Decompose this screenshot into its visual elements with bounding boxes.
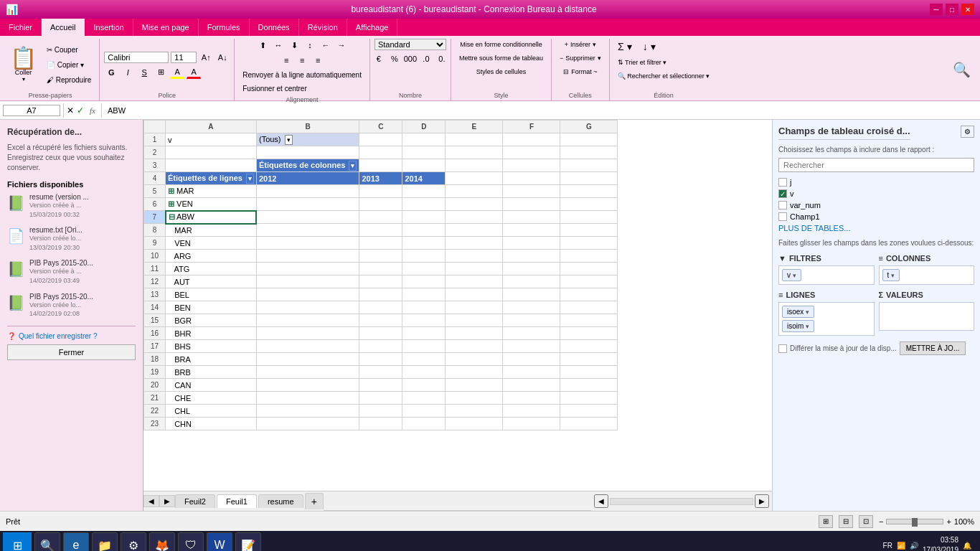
cell-A3[interactable]	[166, 159, 257, 172]
more-tables-link[interactable]: PLUS DE TABLES...	[778, 224, 974, 232]
cell-B3[interactable]: Étiquettes de colonnes ▾	[256, 159, 359, 172]
bold-button[interactable]: G	[104, 66, 118, 79]
cell-A6[interactable]: ⊞ VEN	[166, 198, 257, 211]
cell-E6[interactable]	[446, 198, 503, 211]
cell-A12[interactable]: AUT	[166, 276, 257, 288]
couper-button[interactable]: ✂ Couper	[43, 44, 95, 56]
cell-D3[interactable]	[402, 159, 446, 172]
font-color-button[interactable]: A	[187, 66, 201, 79]
indent-decrease-button[interactable]: ←	[319, 39, 333, 52]
file-item-1[interactable]: 📄 resume.txt [Ori... Version créée lo...…	[7, 226, 136, 252]
align-middle-button[interactable]: ↔	[271, 39, 286, 52]
underline-button[interactable]: S	[137, 66, 151, 79]
cell-A13[interactable]: BEL	[166, 288, 257, 301]
cell-B7[interactable]	[256, 211, 359, 224]
cell-F7[interactable]	[503, 211, 560, 224]
taskbar-app-notepad[interactable]: 📝	[235, 532, 261, 551]
help-link[interactable]: ❓ Quel fichier enregistrer ?	[7, 332, 136, 340]
trier-button[interactable]: ⇅ Trier et filtrer ▾	[614, 57, 671, 68]
col-header-A[interactable]: A	[166, 121, 257, 133]
cell-B6[interactable]	[256, 198, 359, 211]
align-top-button[interactable]: ⬆	[255, 39, 270, 52]
cell-A10[interactable]: ARG	[166, 250, 257, 263]
defer-checkbox[interactable]	[778, 344, 787, 353]
field-checkbox-champ1[interactable]	[778, 212, 787, 221]
cell-A17[interactable]: BHS	[166, 340, 257, 353]
align-bottom-button[interactable]: ⬇	[287, 39, 301, 52]
fill-color-button[interactable]: A	[170, 66, 184, 79]
copier-button[interactable]: 📄 Copier ▾	[43, 59, 95, 71]
filter-dropdown-B1[interactable]: ▾	[285, 135, 293, 145]
cell-B5[interactable]	[256, 185, 359, 198]
col-header-G[interactable]: G	[560, 121, 618, 133]
tab-mise-en-page[interactable]: Mise en page	[133, 19, 199, 36]
expand-icon-5[interactable]: ⊞	[168, 187, 174, 195]
cell-A22[interactable]: CHL	[166, 405, 257, 418]
filtres-v-tag[interactable]: v ▾	[782, 269, 801, 281]
taskbar-app-ie[interactable]: e	[63, 532, 89, 551]
fermer-button[interactable]: Fermer	[7, 344, 136, 360]
cell-A7[interactable]: ⊟ ABW	[166, 211, 257, 224]
colonnes-t-tag[interactable]: t ▾	[882, 269, 900, 281]
view-normal-button[interactable]: ⊞	[819, 515, 833, 528]
cell-A16[interactable]: BHR	[166, 327, 257, 340]
taskbar-app-antivirus[interactable]: 🛡	[178, 532, 204, 551]
cell-A8[interactable]: MAR	[166, 224, 257, 237]
cell-D5[interactable]	[402, 185, 446, 198]
cell-A15[interactable]: BGR	[166, 314, 257, 327]
percent-button[interactable]: %	[387, 52, 402, 65]
wrap-text-button[interactable]: Renvoyer à la ligne automatiquement	[239, 69, 365, 81]
field-checkbox-v[interactable]: ✓	[778, 189, 787, 198]
indent-increase-button[interactable]: →	[334, 39, 349, 52]
styles-cellules-button[interactable]: Styles de cellules	[473, 66, 530, 77]
ribbon-search-button[interactable]: 🔍	[947, 59, 976, 80]
decrease-font-button[interactable]: A↓	[215, 51, 230, 64]
font-name-input[interactable]	[104, 52, 169, 63]
border-button[interactable]: ⊞	[154, 66, 168, 79]
tab-revision[interactable]: Révision	[299, 19, 347, 36]
col-header-F[interactable]: F	[503, 121, 560, 133]
cell-A21[interactable]: CHE	[166, 392, 257, 405]
file-item-3[interactable]: 📗 PIB Pays 2015-20... Version créée lo..…	[7, 293, 136, 319]
mettre-sous-forme-button[interactable]: Mettre sous forme de tableau	[456, 52, 547, 64]
rechercher-button[interactable]: 🔍 Rechercher et sélectionner ▾	[614, 70, 714, 82]
font-size-input[interactable]	[171, 52, 197, 63]
cell-C3[interactable]	[359, 159, 402, 172]
cell-A14[interactable]: BEN	[166, 301, 257, 314]
align-left-button[interactable]: ≡	[279, 54, 293, 67]
tab-formules[interactable]: Formules	[199, 19, 250, 36]
pivot-panel-settings-button[interactable]: ⚙	[961, 126, 974, 138]
tab-fichier[interactable]: Fichier	[0, 19, 42, 36]
tab-affichage[interactable]: Affichage	[347, 19, 398, 36]
cell-B2[interactable]	[256, 146, 359, 159]
cell-F2[interactable]	[503, 146, 560, 159]
thousands-button[interactable]: 000	[403, 52, 418, 65]
inserer-button[interactable]: + Insérer ▾	[561, 39, 600, 50]
cell-G3[interactable]	[560, 159, 618, 172]
cell-A5[interactable]: ⊞ MAR	[166, 185, 257, 198]
tab-insertion[interactable]: Insertion	[85, 19, 133, 36]
file-item-2[interactable]: 📗 PIB Pays 2015-20... Version créée à ..…	[7, 259, 136, 285]
cell-B4[interactable]: 2012	[256, 172, 359, 185]
cell-C5[interactable]	[359, 185, 402, 198]
close-button[interactable]: ✕	[961, 4, 974, 15]
taskbar-app-settings[interactable]: ⚙	[121, 532, 146, 551]
cell-D4[interactable]: 2014	[402, 172, 446, 185]
cell-C7[interactable]	[359, 211, 402, 224]
decrease-decimal-button[interactable]: 0.	[435, 52, 449, 65]
cell-F3[interactable]	[503, 159, 560, 172]
sheet-tab-resume[interactable]: resume	[258, 494, 303, 508]
start-button[interactable]: ⊞	[3, 532, 32, 551]
taskbar-app-firefox[interactable]: 🦊	[149, 532, 175, 551]
maximize-button[interactable]: □	[946, 4, 958, 15]
cell-F6[interactable]	[503, 198, 560, 211]
cell-A20[interactable]: CAN	[166, 379, 257, 392]
cell-F4[interactable]	[503, 172, 560, 185]
tab-donnees[interactable]: Données	[250, 19, 299, 36]
update-button[interactable]: METTRE À JO...	[900, 342, 966, 355]
lignes-drop-area[interactable]: isoex ▾ isoim ▾	[778, 302, 875, 336]
reproduire-button[interactable]: 🖌 Reproduire	[43, 74, 95, 86]
cell-B1[interactable]: (Tous) ▾	[256, 133, 359, 146]
cell-G2[interactable]	[560, 146, 618, 159]
view-page-button[interactable]: ⊟	[839, 515, 853, 528]
